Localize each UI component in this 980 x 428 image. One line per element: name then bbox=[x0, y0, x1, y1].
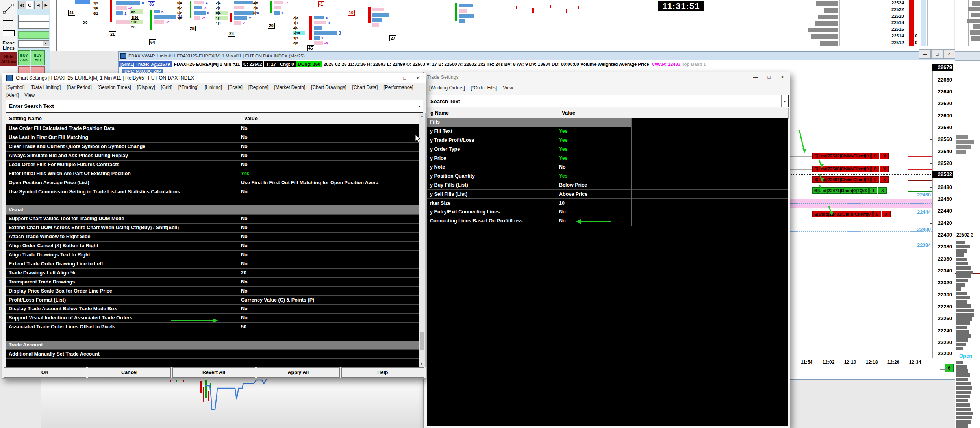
settings-row[interactable]: Use Symbol Commission Setting in Trade L… bbox=[6, 187, 419, 196]
ts-titlebar[interactable]: Trade Settings — □ ✕ bbox=[424, 72, 790, 82]
order-type-select[interactable]: ▼ bbox=[18, 40, 49, 48]
hscroll-thumb[interactable] bbox=[940, 369, 948, 370]
order-cancel-button[interactable]: X bbox=[880, 176, 889, 183]
settings-row[interactable]: Profit/Loss Format (List)Currency Value … bbox=[6, 295, 419, 305]
buy-bid-button[interactable]: BUY BID bbox=[31, 50, 45, 65]
dom-size[interactable]: 0 bbox=[915, 40, 923, 45]
menu-item[interactable]: [*Trading] bbox=[178, 85, 199, 90]
dom-price[interactable]: 22518 bbox=[886, 20, 904, 25]
settings-row[interactable]: Display Trade Account Below Trade Mode B… bbox=[6, 304, 419, 314]
settings-row[interactable]: Load Order Fills For Multiple Futures Co… bbox=[6, 160, 419, 170]
settings-row[interactable]: Attach Trade Window to Right SideNo bbox=[6, 232, 419, 242]
order-cancel-button[interactable]: X bbox=[878, 187, 887, 194]
menu-item[interactable]: [Bar Period] bbox=[67, 85, 91, 90]
ts-search-combo[interactable]: Search Text ▾ bbox=[427, 95, 789, 107]
menu-item[interactable]: [Display] bbox=[137, 85, 155, 90]
menu-item[interactable]: [Market Depth] bbox=[274, 85, 306, 90]
tab-c[interactable]: C bbox=[26, 1, 33, 9]
settings-row[interactable]: Always Simulate Bid and Ask Prices Durin… bbox=[6, 151, 419, 161]
tab-scroll-left-icon[interactable]: ◀ bbox=[34, 1, 42, 9]
ts-search-dropdown-icon[interactable]: ▾ bbox=[781, 95, 788, 107]
main-titlebar[interactable]: FDAX VWAP 1 min #11 FDAXH25-EUREX[M] 1 M… bbox=[119, 52, 955, 60]
menu-item[interactable]: [Working Orders] bbox=[429, 85, 465, 91]
cancel-button[interactable]: Cancel bbox=[88, 367, 170, 378]
dom-price[interactable]: 22522 bbox=[886, 7, 904, 12]
cs-maximize-icon[interactable]: □ bbox=[398, 73, 411, 82]
minimize-button[interactable]: — bbox=[919, 49, 931, 59]
dom-size[interactable]: 0 bbox=[915, 33, 923, 38]
ok-button[interactable]: OK bbox=[4, 367, 86, 378]
dom-price[interactable]: 22524 bbox=[886, 0, 904, 5]
settings-row[interactable]: Open Position Average Price (List)Use Fi… bbox=[6, 178, 419, 187]
dom-price[interactable]: 22516 bbox=[886, 27, 904, 31]
order-label[interactable]: S|Lmt|22532|Child-Client|00X bbox=[812, 153, 889, 159]
menu-item[interactable]: [Scale] bbox=[228, 85, 243, 90]
settings-row[interactable]: Use Order Fill Calculated Trade Position… bbox=[6, 124, 419, 133]
settings-row[interactable]: Clear Trade and Current Quote Symbol on … bbox=[6, 142, 419, 152]
menu-item[interactable]: [Grid] bbox=[161, 85, 172, 90]
settings-row[interactable]: Align Order Cancel (X) Button to RightNo bbox=[6, 241, 419, 251]
settings-row[interactable]: y PriceYes bbox=[427, 154, 788, 163]
ts-close-icon[interactable]: ✕ bbox=[776, 72, 789, 82]
settings-row[interactable]: Display Price Scale Box for Order Line P… bbox=[6, 286, 419, 296]
settings-row[interactable]: Align Trade Drawings Text to RightNo bbox=[6, 250, 419, 260]
settings-row[interactable]: y NoteNo bbox=[427, 163, 788, 172]
settings-row[interactable]: Extend Trade Order Drawing Line to LeftN… bbox=[6, 259, 419, 269]
tab-scroll-right-icon[interactable]: ▶ bbox=[42, 1, 50, 9]
apply-all-button[interactable]: Apply All bbox=[257, 367, 339, 378]
order-cancel-button[interactable]: X bbox=[880, 166, 889, 172]
settings-row[interactable]: Trade Drawings Left Align %20 bbox=[6, 268, 419, 278]
menu-item[interactable]: [Chart Drawings] bbox=[311, 85, 346, 90]
settings-row[interactable]: Associated Trade Order Lines Offset in P… bbox=[6, 322, 419, 332]
price-input[interactable] bbox=[18, 22, 49, 29]
close-button[interactable]: × bbox=[943, 49, 955, 59]
dom-price[interactable]: 22520 bbox=[886, 14, 904, 19]
settings-row[interactable]: y Entry/Exit Connecting LinesNo bbox=[427, 208, 788, 217]
menu-item[interactable]: [Regions] bbox=[248, 85, 269, 90]
settings-row[interactable]: y Trade Profit/LossYes bbox=[427, 136, 788, 145]
settings-row[interactable]: Additional Manually Set Trade Account bbox=[6, 350, 419, 359]
menu-item[interactable]: [Alert] bbox=[6, 93, 19, 98]
settings-row[interactable]: Use Last In First Out Fill MatchingNo bbox=[6, 133, 419, 143]
order-cancel-button[interactable]: X bbox=[882, 211, 891, 217]
menu-item[interactable]: [Data Limiting] bbox=[31, 85, 61, 90]
cs-scrollbar[interactable]: ▲ ▼ bbox=[419, 113, 426, 367]
cs-minimize-icon[interactable]: — bbox=[385, 73, 398, 82]
help-button[interactable]: Help bbox=[341, 367, 424, 378]
revert-all-button[interactable]: Revert All bbox=[172, 367, 255, 378]
order-cancel-button[interactable]: X bbox=[880, 153, 889, 159]
settings-row[interactable]: Filter Initial Fills Which Are Part Of E… bbox=[6, 169, 419, 179]
scroll-down-icon[interactable]: ▼ bbox=[419, 361, 424, 367]
dom-price[interactable]: 22512 bbox=[886, 40, 904, 45]
cs-search-combo[interactable]: Enter Search Text ▾ bbox=[6, 100, 423, 113]
erase-lines-button[interactable]: Erase Lines bbox=[0, 40, 17, 52]
settings-row[interactable]: y Position QuantityYes bbox=[427, 172, 788, 181]
horizontal-line-tool-icon[interactable] bbox=[3, 20, 13, 21]
menu-item[interactable]: [Session Times] bbox=[98, 85, 131, 90]
menu-item[interactable]: [Symbol] bbox=[6, 85, 25, 90]
rectangle-tool-icon[interactable] bbox=[3, 30, 15, 36]
menu-item[interactable]: View bbox=[503, 85, 513, 91]
chevron-down-icon[interactable]: ▼ bbox=[43, 41, 49, 46]
cs-search-dropdown-icon[interactable]: ▾ bbox=[416, 100, 423, 112]
menu-item[interactable]: [*Order Fills] bbox=[471, 85, 497, 91]
hide-alldraw-button[interactable]: Hide AllDraw bbox=[0, 52, 17, 66]
settings-row[interactable]: y Buy Fills (List)Below Price bbox=[427, 181, 788, 190]
menu-item[interactable]: [Linking] bbox=[204, 85, 222, 90]
order-label[interactable]: S|Lmt|22491|Child-Client|00X bbox=[812, 176, 889, 183]
settings-row[interactable]: y Fill TextYes bbox=[427, 127, 788, 136]
settings-row[interactable]: rker Size10 bbox=[427, 198, 788, 208]
cs-titlebar[interactable]: Chart Settings | FDAXH25-EUREX[M] 1 Min … bbox=[2, 73, 426, 83]
qty-input[interactable] bbox=[18, 15, 49, 22]
settings-row[interactable]: y Sell Fills (List)Above Price bbox=[427, 189, 788, 199]
tab-prev[interactable]: et bbox=[18, 1, 26, 9]
scroll-thumb[interactable] bbox=[420, 332, 424, 350]
menu-item[interactable]: [Chart Data] bbox=[352, 85, 378, 90]
order-label[interactable]: B|Lmt|22471|Open|0|TQ:31X bbox=[812, 187, 887, 194]
settings-row[interactable]: Extend Chart DOM Across Entire Chart Whe… bbox=[6, 223, 419, 233]
scroll-up-icon[interactable]: ▲ bbox=[419, 113, 425, 119]
cs-close-icon[interactable]: ✕ bbox=[411, 73, 425, 82]
settings-row[interactable]: Support Chart Values Tool for Trading DO… bbox=[6, 214, 419, 224]
settings-row[interactable]: y Order TypeYes bbox=[427, 145, 788, 154]
ts-maximize-icon[interactable]: □ bbox=[762, 72, 776, 82]
